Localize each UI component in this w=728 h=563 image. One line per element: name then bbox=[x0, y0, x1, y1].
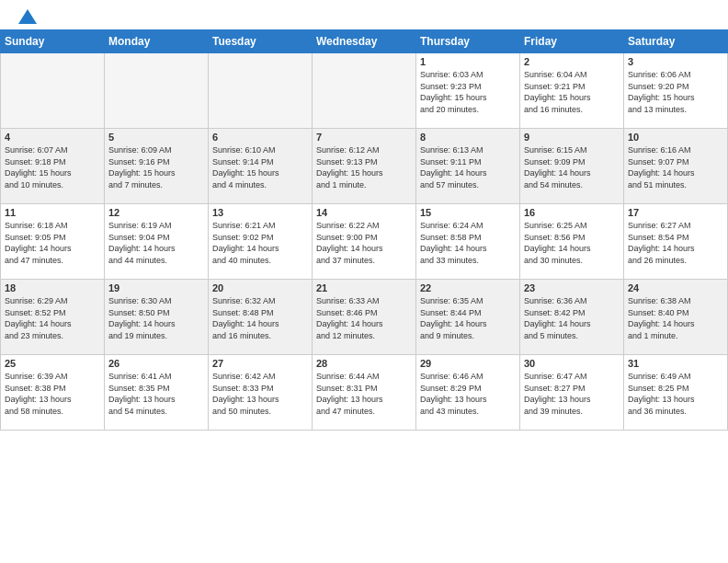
page-header bbox=[0, 0, 728, 29]
day-number: 14 bbox=[316, 207, 412, 218]
calendar-table: SundayMondayTuesdayWednesdayThursdayFrid… bbox=[0, 29, 728, 431]
day-info: Sunrise: 6:29 AM Sunset: 8:52 PM Dayligh… bbox=[5, 295, 100, 341]
day-info: Sunrise: 6:33 AM Sunset: 8:46 PM Dayligh… bbox=[316, 295, 412, 341]
day-info: Sunrise: 6:32 AM Sunset: 8:48 PM Dayligh… bbox=[212, 295, 308, 341]
day-number: 24 bbox=[628, 282, 723, 293]
day-number: 13 bbox=[212, 207, 308, 218]
calendar-cell: 15Sunrise: 6:24 AM Sunset: 8:58 PM Dayli… bbox=[416, 204, 520, 280]
day-info: Sunrise: 6:15 AM Sunset: 9:09 PM Dayligh… bbox=[524, 144, 620, 190]
day-info: Sunrise: 6:25 AM Sunset: 8:56 PM Dayligh… bbox=[524, 220, 620, 266]
calendar-cell: 14Sunrise: 6:22 AM Sunset: 9:00 PM Dayli… bbox=[313, 204, 416, 280]
calendar-cell: 25Sunrise: 6:39 AM Sunset: 8:38 PM Dayli… bbox=[1, 355, 105, 431]
calendar-cell bbox=[313, 53, 416, 129]
logo bbox=[17, 11, 37, 24]
day-info: Sunrise: 6:13 AM Sunset: 9:11 PM Dayligh… bbox=[420, 144, 516, 190]
day-number: 21 bbox=[316, 282, 412, 293]
calendar-cell: 11Sunrise: 6:18 AM Sunset: 9:05 PM Dayli… bbox=[1, 204, 105, 280]
calendar-cell: 30Sunrise: 6:47 AM Sunset: 8:27 PM Dayli… bbox=[520, 355, 624, 431]
day-info: Sunrise: 6:47 AM Sunset: 8:27 PM Dayligh… bbox=[524, 371, 620, 417]
calendar-week-row: 1Sunrise: 6:03 AM Sunset: 9:23 PM Daylig… bbox=[1, 53, 728, 129]
day-info: Sunrise: 6:10 AM Sunset: 9:14 PM Dayligh… bbox=[212, 144, 308, 190]
logo-icon bbox=[18, 9, 37, 24]
day-number: 17 bbox=[628, 207, 723, 218]
day-info: Sunrise: 6:42 AM Sunset: 8:33 PM Dayligh… bbox=[212, 371, 308, 417]
day-number: 4 bbox=[5, 132, 100, 143]
calendar-cell: 9Sunrise: 6:15 AM Sunset: 9:09 PM Daylig… bbox=[520, 129, 624, 204]
calendar-cell: 16Sunrise: 6:25 AM Sunset: 8:56 PM Dayli… bbox=[520, 204, 624, 280]
calendar-cell: 21Sunrise: 6:33 AM Sunset: 8:46 PM Dayli… bbox=[313, 280, 416, 355]
calendar-header-row: SundayMondayTuesdayWednesdayThursdayFrid… bbox=[1, 30, 728, 53]
calendar-day-header: Wednesday bbox=[313, 30, 416, 53]
day-info: Sunrise: 6:30 AM Sunset: 8:50 PM Dayligh… bbox=[108, 295, 204, 341]
day-info: Sunrise: 6:27 AM Sunset: 8:54 PM Dayligh… bbox=[628, 220, 723, 266]
day-info: Sunrise: 6:04 AM Sunset: 9:21 PM Dayligh… bbox=[524, 69, 620, 115]
calendar-week-row: 18Sunrise: 6:29 AM Sunset: 8:52 PM Dayli… bbox=[1, 280, 728, 355]
day-number: 8 bbox=[420, 132, 516, 143]
calendar-week-row: 25Sunrise: 6:39 AM Sunset: 8:38 PM Dayli… bbox=[1, 355, 728, 431]
calendar-cell bbox=[1, 53, 105, 129]
calendar-week-row: 4Sunrise: 6:07 AM Sunset: 9:18 PM Daylig… bbox=[1, 129, 728, 204]
day-info: Sunrise: 6:16 AM Sunset: 9:07 PM Dayligh… bbox=[628, 144, 723, 190]
day-number: 1 bbox=[420, 56, 516, 67]
calendar-day-header: Friday bbox=[520, 30, 624, 53]
calendar-cell bbox=[209, 53, 313, 129]
calendar-cell: 26Sunrise: 6:41 AM Sunset: 8:35 PM Dayli… bbox=[105, 355, 209, 431]
calendar-week-row: 11Sunrise: 6:18 AM Sunset: 9:05 PM Dayli… bbox=[1, 204, 728, 280]
day-number: 12 bbox=[108, 207, 204, 218]
day-number: 22 bbox=[420, 282, 516, 293]
day-info: Sunrise: 6:21 AM Sunset: 9:02 PM Dayligh… bbox=[212, 220, 308, 266]
calendar-cell: 19Sunrise: 6:30 AM Sunset: 8:50 PM Dayli… bbox=[105, 280, 209, 355]
day-info: Sunrise: 6:09 AM Sunset: 9:16 PM Dayligh… bbox=[108, 144, 204, 190]
calendar-cell: 10Sunrise: 6:16 AM Sunset: 9:07 PM Dayli… bbox=[624, 129, 728, 204]
day-info: Sunrise: 6:22 AM Sunset: 9:00 PM Dayligh… bbox=[316, 220, 412, 266]
calendar-day-header: Tuesday bbox=[209, 30, 313, 53]
day-number: 9 bbox=[524, 132, 620, 143]
calendar-cell: 2Sunrise: 6:04 AM Sunset: 9:21 PM Daylig… bbox=[520, 53, 624, 129]
calendar-cell: 7Sunrise: 6:12 AM Sunset: 9:13 PM Daylig… bbox=[313, 129, 416, 204]
day-info: Sunrise: 6:24 AM Sunset: 8:58 PM Dayligh… bbox=[420, 220, 516, 266]
day-info: Sunrise: 6:44 AM Sunset: 8:31 PM Dayligh… bbox=[316, 371, 412, 417]
day-number: 30 bbox=[524, 358, 620, 369]
day-number: 28 bbox=[316, 358, 412, 369]
calendar-cell: 28Sunrise: 6:44 AM Sunset: 8:31 PM Dayli… bbox=[313, 355, 416, 431]
calendar-cell: 24Sunrise: 6:38 AM Sunset: 8:40 PM Dayli… bbox=[624, 280, 728, 355]
day-info: Sunrise: 6:36 AM Sunset: 8:42 PM Dayligh… bbox=[524, 295, 620, 341]
day-number: 11 bbox=[5, 207, 100, 218]
day-number: 31 bbox=[628, 358, 723, 369]
calendar-cell: 29Sunrise: 6:46 AM Sunset: 8:29 PM Dayli… bbox=[416, 355, 520, 431]
day-number: 2 bbox=[524, 56, 620, 67]
calendar-cell: 13Sunrise: 6:21 AM Sunset: 9:02 PM Dayli… bbox=[209, 204, 313, 280]
day-number: 6 bbox=[212, 132, 308, 143]
calendar-day-header: Thursday bbox=[416, 30, 520, 53]
calendar-cell: 17Sunrise: 6:27 AM Sunset: 8:54 PM Dayli… bbox=[624, 204, 728, 280]
calendar-cell: 6Sunrise: 6:10 AM Sunset: 9:14 PM Daylig… bbox=[209, 129, 313, 204]
calendar-cell: 20Sunrise: 6:32 AM Sunset: 8:48 PM Dayli… bbox=[209, 280, 313, 355]
calendar-cell: 4Sunrise: 6:07 AM Sunset: 9:18 PM Daylig… bbox=[1, 129, 105, 204]
day-info: Sunrise: 6:49 AM Sunset: 8:25 PM Dayligh… bbox=[628, 371, 723, 417]
day-number: 15 bbox=[420, 207, 516, 218]
day-info: Sunrise: 6:41 AM Sunset: 8:35 PM Dayligh… bbox=[108, 371, 204, 417]
day-info: Sunrise: 6:35 AM Sunset: 8:44 PM Dayligh… bbox=[420, 295, 516, 341]
day-info: Sunrise: 6:18 AM Sunset: 9:05 PM Dayligh… bbox=[5, 220, 100, 266]
day-number: 18 bbox=[5, 282, 100, 293]
day-number: 7 bbox=[316, 132, 412, 143]
day-number: 10 bbox=[628, 132, 723, 143]
day-number: 16 bbox=[524, 207, 620, 218]
day-number: 27 bbox=[212, 358, 308, 369]
calendar-cell: 18Sunrise: 6:29 AM Sunset: 8:52 PM Dayli… bbox=[1, 280, 105, 355]
calendar-cell bbox=[105, 53, 209, 129]
day-number: 23 bbox=[524, 282, 620, 293]
day-info: Sunrise: 6:07 AM Sunset: 9:18 PM Dayligh… bbox=[5, 144, 100, 190]
day-info: Sunrise: 6:39 AM Sunset: 8:38 PM Dayligh… bbox=[5, 371, 100, 417]
day-number: 25 bbox=[5, 358, 100, 369]
day-info: Sunrise: 6:46 AM Sunset: 8:29 PM Dayligh… bbox=[420, 371, 516, 417]
svg-marker-0 bbox=[18, 9, 37, 24]
day-info: Sunrise: 6:06 AM Sunset: 9:20 PM Dayligh… bbox=[628, 69, 723, 115]
day-info: Sunrise: 6:38 AM Sunset: 8:40 PM Dayligh… bbox=[628, 295, 723, 341]
calendar-cell: 27Sunrise: 6:42 AM Sunset: 8:33 PM Dayli… bbox=[209, 355, 313, 431]
day-info: Sunrise: 6:12 AM Sunset: 9:13 PM Dayligh… bbox=[316, 144, 412, 190]
calendar-cell: 23Sunrise: 6:36 AM Sunset: 8:42 PM Dayli… bbox=[520, 280, 624, 355]
day-number: 3 bbox=[628, 56, 723, 67]
calendar-cell: 31Sunrise: 6:49 AM Sunset: 8:25 PM Dayli… bbox=[624, 355, 728, 431]
calendar-cell: 8Sunrise: 6:13 AM Sunset: 9:11 PM Daylig… bbox=[416, 129, 520, 204]
